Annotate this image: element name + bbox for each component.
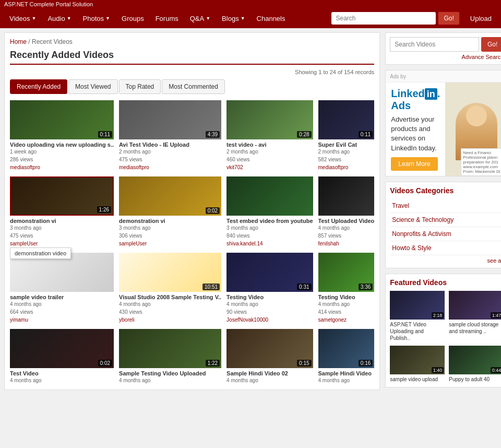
video-tooltip-5: demonstration video <box>10 247 71 259</box>
video-title-13: Test Video <box>10 370 114 376</box>
search-videos-go[interactable]: Go! <box>481 37 501 52</box>
video-item-14[interactable]: 1:22 Sample Testing Video Uploaded 4 mon… <box>119 329 221 384</box>
video-thumb-5: 1:26 <box>10 176 114 216</box>
nav-upload-button[interactable]: Upload <box>465 11 497 26</box>
ad-learn-more-button[interactable]: Learn More <box>391 157 437 171</box>
featured-name-1: ASP.NET Video Uploading and Publish.. <box>390 321 445 341</box>
ad-label: Ads by <box>390 74 406 79</box>
video-duration-15: 0:15 <box>297 360 311 367</box>
featured-thumb-4: 0:44 <box>449 346 501 374</box>
ad-header: Ads by ℹ <box>386 70 501 82</box>
featured-thumb-1: 2:18 <box>390 291 445 320</box>
nav-channels[interactable]: Channels <box>252 11 291 26</box>
video-duration-16: 0:16 <box>359 360 373 367</box>
video-meta-6: 3 months ago306 viewssampleUser <box>119 224 221 247</box>
nav-groups[interactable]: Groups <box>116 11 149 26</box>
tab-most-viewed[interactable]: Most Viewed <box>68 79 117 94</box>
video-meta-8: 4 months ago857 viewsfenilshah <box>318 224 375 247</box>
video-meta-1: 1 week ago286 viewsmediasoftpro <box>10 148 114 171</box>
video-title-15: Sample Hindi Video 02 <box>226 370 313 376</box>
video-item-4[interactable]: 0:11 Super Evil Cat 2 months ago582 view… <box>318 100 375 171</box>
video-duration-1: 0:11 <box>98 131 112 138</box>
nav-blogs[interactable]: Blogs ▼ <box>217 11 250 26</box>
video-meta-11: 4 months ago90 viewsJosefNovak10000 <box>226 300 313 324</box>
search-videos-input[interactable] <box>390 37 479 52</box>
nav-search-input[interactable] <box>331 12 436 25</box>
video-duration-3: 0:28 <box>297 131 311 138</box>
video-meta-13: 4 months ago <box>10 376 114 384</box>
featured-item-1[interactable]: 2:18 ASP.NET Video Uploading and Publish… <box>390 291 445 341</box>
video-title-16: Sample Hindi Video <box>318 370 375 376</box>
featured-thumb-2: 1:47 <box>449 291 501 320</box>
video-thumb-4: 0:11 <box>318 100 375 139</box>
breadcrumb: Home / Recent Videos <box>10 38 374 45</box>
advance-search-link[interactable]: Advance Search <box>390 54 501 60</box>
video-thumb-3: 0:28 <box>226 100 313 139</box>
tab-most-commented[interactable]: Most Commented <box>162 79 225 94</box>
see-all-categories[interactable]: see all <box>390 257 501 264</box>
tab-recently-added[interactable]: Recently Added <box>10 79 67 94</box>
video-title-11: Testing Video <box>226 294 313 300</box>
nav-audio[interactable]: Audio ▼ <box>42 11 76 26</box>
video-meta-9: 4 months ago664 viewsyimamu <box>10 300 114 324</box>
video-item-11[interactable]: 0:31 Testing Video 4 months ago90 viewsJ… <box>226 253 313 324</box>
video-title-14: Sample Testing Video Uploaded <box>119 370 221 376</box>
category-nonprofits[interactable]: Nonprofits & Activism <box>390 227 501 241</box>
video-title-4: Super Evil Cat <box>318 142 375 148</box>
category-howto[interactable]: Howto & Style <box>390 241 501 255</box>
featured-title: Featured Videos <box>390 278 501 287</box>
video-thumb-15: 0:15 <box>226 329 313 368</box>
linkedin-ad: Ads by ℹ Linkedin. Ads Advertise your pr… <box>385 70 501 176</box>
ad-content: Linkedin. Ads Advertise your products an… <box>386 82 501 176</box>
video-item-9[interactable]: sample video trailer 4 months ago664 vie… <box>10 253 114 324</box>
video-item-12[interactable]: 3:36 Testing Video 4 months ago414 views… <box>318 253 375 324</box>
top-bar: ASP.NET Complete Portal Solution <box>0 0 501 8</box>
video-duration-6: 0:02 <box>206 207 220 214</box>
video-thumb-16: 0:16 <box>318 329 375 368</box>
video-item-5[interactable]: 1:26 demonstration vi demonstration vide… <box>10 176 114 247</box>
featured-item-3[interactable]: 1:40 sample video upload <box>390 346 445 383</box>
tab-top-rated[interactable]: Top Rated <box>119 79 161 94</box>
nav-search-area: Go! <box>331 11 459 25</box>
video-item-16[interactable]: 0:16 Sample Hindi Video 4 months ago <box>318 329 375 384</box>
video-title-1: Video uploading via new uploading s.. <box>10 142 114 148</box>
video-duration-13: 0:02 <box>98 360 112 367</box>
video-item-8[interactable]: Test Uploaded Video 4 months ago857 view… <box>318 176 375 247</box>
video-title-6: demonstration vi <box>119 218 221 224</box>
video-thumb-13: 0:02 <box>10 329 114 368</box>
category-science[interactable]: Science & Technology <box>390 213 501 227</box>
video-duration-4: 0:11 <box>359 131 373 138</box>
nav-go-button[interactable]: Go! <box>438 11 459 25</box>
video-duration-10: 10:51 <box>202 284 220 290</box>
featured-item-2[interactable]: 1:47 sample cloud storage and streaming … <box>449 291 501 341</box>
section-title: Recently Added Videos <box>10 50 374 65</box>
video-meta-10: 4 months ago430 viewsyboreli <box>119 300 221 324</box>
video-item-6[interactable]: 0:02 demonstration vi 3 months ago306 vi… <box>119 176 221 247</box>
nav-videos[interactable]: Videos ▼ <box>4 11 41 26</box>
video-item-13[interactable]: 0:02 Test Video 4 months ago <box>10 329 114 384</box>
video-item-10[interactable]: 10:51 Visual Studio 2008 Sample Testing … <box>119 253 221 324</box>
video-item-7[interactable]: Test embed video from youtube 3 months a… <box>226 176 313 247</box>
ad-logo-area: Linkedin. Ads <box>391 88 440 112</box>
nav-forums[interactable]: Forums <box>150 11 184 26</box>
video-title-9: sample video trailer <box>10 294 114 300</box>
video-title-10: Visual Studio 2008 Sample Testing V.. <box>119 294 221 300</box>
video-duration-11: 0:31 <box>297 284 311 290</box>
video-item-1[interactable]: 0:11 Video uploading via new uploading s… <box>10 100 114 171</box>
video-item-15[interactable]: 0:15 Sample Hindi Video 02 4 months ago <box>226 329 313 384</box>
video-title-2: Avi Test Video - IE Upload <box>119 142 221 148</box>
video-item-3[interactable]: 0:28 test video - avi 2 months ago460 vi… <box>226 100 313 171</box>
video-duration-5: 1:26 <box>97 206 111 213</box>
video-meta-5: 3 months ago475 viewssampleUser <box>10 224 114 247</box>
video-item-2[interactable]: 4:39 Avi Test Video - IE Upload 2 months… <box>119 100 221 171</box>
category-travel[interactable]: Travel <box>390 199 501 213</box>
video-thumb-11: 0:31 <box>226 253 313 292</box>
featured-item-4[interactable]: 0:44 Puppy to adult 40 <box>449 346 501 383</box>
breadcrumb-home[interactable]: Home <box>10 38 27 45</box>
video-meta-12: 4 months ago414 viewssametgonez <box>318 300 375 324</box>
video-grid: 0:11 Video uploading via new uploading s… <box>10 100 374 384</box>
nav-qa[interactable]: Q&A ▼ <box>185 11 216 26</box>
video-title-5: demonstration vi <box>10 218 114 224</box>
featured-duration-4: 0:44 <box>491 367 501 373</box>
nav-photos[interactable]: Photos ▼ <box>78 11 115 26</box>
